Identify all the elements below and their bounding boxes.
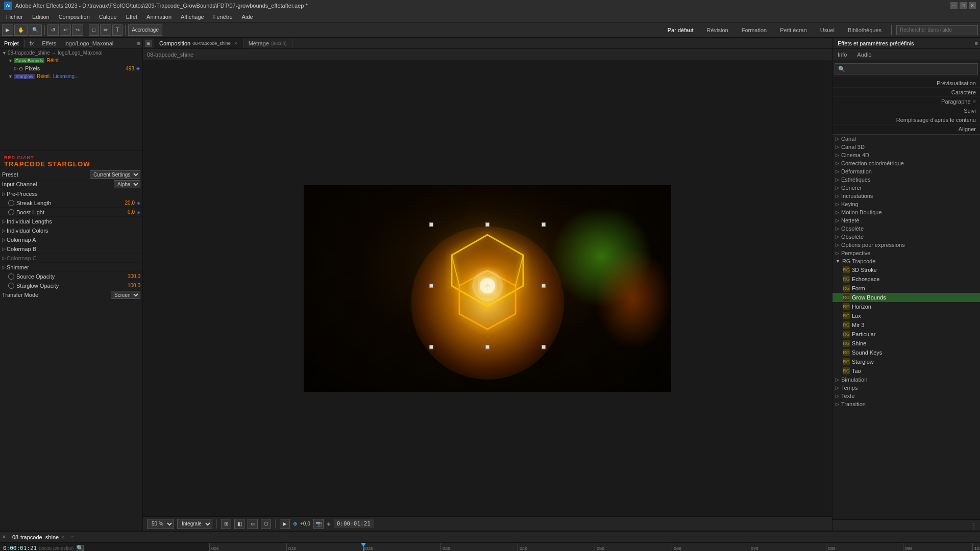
eff-item-growbounds[interactable]: RG Grow Bounds	[832, 293, 980, 302]
comp-canvas[interactable]	[143, 60, 832, 516]
eff-item-mir3[interactable]: RG Mir 3	[832, 320, 980, 330]
transport-preview[interactable]: ▭	[248, 519, 258, 529]
eff-cat-correction[interactable]: ▷ Correction colorimétrique	[832, 159, 980, 167]
grow-bounds-reset[interactable]: Réinil.	[46, 58, 61, 63]
minimize-button[interactable]: ─	[950, 2, 958, 9]
tool-hand[interactable]: ✋	[14, 24, 28, 36]
eff-cat-rg-trapcode[interactable]: ▼ RG Trapcode	[832, 257, 980, 265]
eff-cat-transition[interactable]: ▷ Transition	[832, 400, 980, 408]
toolbar-tab-formation[interactable]: Formation	[737, 26, 772, 34]
toolbar-tab-petit-ecran[interactable]: Petit écran	[775, 26, 812, 34]
eff-cat-simulation[interactable]: ▷ Simulation	[832, 375, 980, 384]
eff-item-shine[interactable]: RG Shine	[832, 339, 980, 348]
handle-br[interactable]	[542, 345, 546, 349]
transfer-select[interactable]: Screen	[111, 291, 140, 299]
transport-alpha[interactable]: ⬡	[261, 519, 271, 529]
eff-item-3dstroke[interactable]: RG 3D Stroke	[832, 265, 980, 274]
eff-cat-nettete[interactable]: ▷ Netteté	[832, 216, 980, 224]
fx-colormap-b[interactable]: ▷ Colormap B	[0, 244, 142, 254]
fx-colormap-a[interactable]: ▷ Colormap A	[0, 235, 142, 244]
eff-cat-esthetiques[interactable]: ▷ Esthétiques	[832, 176, 980, 184]
search-timecode-btn[interactable]: 🔍	[77, 545, 84, 552]
close-button[interactable]: ✕	[969, 2, 976, 9]
menu-aide[interactable]: Aide	[238, 13, 257, 21]
search-input[interactable]	[896, 25, 978, 35]
handle-ml[interactable]	[429, 284, 433, 288]
handle-mr[interactable]	[542, 284, 546, 288]
tree-item-pixels[interactable]: ▷ ⊙ Pixels 493 ◈	[0, 64, 142, 72]
menu-composition[interactable]: Composition	[55, 13, 94, 21]
eff-item-horizon[interactable]: RG Horizon	[832, 302, 980, 311]
close-timeline-btn[interactable]: ✕	[2, 534, 6, 540]
eff-cat-cinema4d[interactable]: ▷ Cinema 4D	[832, 151, 980, 159]
tool-redo[interactable]: ↪	[72, 24, 83, 36]
right-panel-menu[interactable]: ≡	[975, 40, 978, 46]
quality-select[interactable]: Intégrale	[177, 519, 212, 529]
tree-item-starglow[interactable]: ▼ Starglow Réinil. Licensing...	[0, 72, 142, 80]
effects-search-input[interactable]	[835, 63, 978, 74]
eff-item-form[interactable]: RG Form	[832, 284, 980, 293]
eff-cat-temps[interactable]: ▷ Temps	[832, 384, 980, 392]
eff-cat-deformation[interactable]: ▷ Déformation	[832, 167, 980, 176]
transport-mask[interactable]: ◧	[234, 519, 244, 529]
sg-op-value[interactable]: 100,0	[120, 283, 140, 288]
menu-effet[interactable]: Effet	[122, 13, 141, 21]
eff-item-starglow[interactable]: RG Starglow	[832, 357, 980, 366]
comp-tab-close[interactable]: ✕	[234, 41, 238, 46]
toolbar-tab-default[interactable]: Par défaut	[663, 26, 699, 34]
eff-cat-canal3d[interactable]: ▷ Canal 3D	[832, 143, 980, 151]
eff-cat-keying[interactable]: ▷ Keying	[832, 200, 980, 208]
starglow-licensing[interactable]: Licensing...	[53, 73, 79, 79]
eff-item-lux[interactable]: RG Lux	[832, 311, 980, 320]
tab-effects-label[interactable]: Effets	[38, 38, 60, 48]
handle-tr[interactable]	[542, 222, 546, 227]
fx-colormap-c[interactable]: ▷ Colormap C	[0, 254, 142, 263]
eff-cat-texte[interactable]: ▷ Texte	[832, 392, 980, 400]
tab-projet[interactable]: Projet	[0, 38, 23, 48]
rptab-info[interactable]: Info	[832, 49, 852, 60]
tool-text[interactable]: T	[112, 24, 122, 36]
fx-preprocess[interactable]: ▷ Pre-Process	[0, 189, 142, 198]
rptab-effects[interactable]: Effets et paramètres prédéfinis	[832, 38, 919, 48]
timeline-ruler[interactable]: 00s 01s 02s 03s 04s 05s 06s 07s 08s 09s …	[209, 543, 980, 551]
eff-cat-canal[interactable]: ▷ Canal	[832, 135, 980, 143]
menu-edition[interactable]: Edition	[28, 13, 54, 21]
tool-zoom[interactable]: 🔍	[29, 24, 42, 36]
streak-value[interactable]: 20,0	[114, 200, 135, 206]
pixels-link-icon[interactable]: ◈	[136, 66, 140, 71]
timeline-menu-icon[interactable]: ≡	[71, 534, 74, 540]
eff-cat-obsolete2[interactable]: ▷ Obsolète	[832, 233, 980, 241]
eff-item-tao[interactable]: RG Tao	[832, 366, 980, 375]
tree-item-growbounds[interactable]: ▼ Grow Bounds Réinil.	[0, 57, 142, 64]
eff-cat-generer[interactable]: ▷ Générer	[832, 184, 980, 192]
window-controls[interactable]: ─ □ ✕	[950, 2, 976, 9]
tool-select[interactable]: ▶	[2, 24, 13, 36]
src-op-value[interactable]: 100,0	[120, 273, 140, 279]
toolbar-tab-revision[interactable]: Révision	[702, 26, 733, 34]
fx-individual-colors[interactable]: ▷ Individual Colors	[0, 226, 142, 235]
eff-cat-motion[interactable]: ▷ Motion Boutique	[832, 208, 980, 216]
tool-rect[interactable]: □	[89, 24, 99, 36]
handle-tl[interactable]	[429, 222, 433, 227]
tool-rotate[interactable]: ↺	[47, 24, 59, 36]
tool-undo[interactable]: ↩	[60, 24, 71, 36]
tab-effects-file[interactable]: logo/Logo_Maxonai	[60, 38, 117, 48]
eff-cat-incrustations[interactable]: ▷ Incrustations	[832, 192, 980, 200]
panel-menu-icon[interactable]: ≡	[137, 40, 140, 46]
menu-fenetre[interactable]: Fenêtre	[209, 13, 237, 21]
eff-cat-obsolete1[interactable]: ▷ Obsolète	[832, 224, 980, 233]
handle-bc[interactable]	[485, 345, 489, 349]
preset-select[interactable]: Current Settings	[90, 170, 140, 179]
tree-item-comp[interactable]: ▼ 08-trapcode_shine → logo/Logo_Maxonai	[0, 49, 142, 57]
comp-tab-composition[interactable]: Composition 08-trapcode_shine ✕	[154, 38, 243, 48]
rptab-audio[interactable]: Audio	[852, 49, 876, 60]
transport-camera[interactable]: 📷	[313, 519, 324, 529]
toolbar-tab-usuel[interactable]: Usuel	[815, 26, 840, 34]
input-channel-select[interactable]: Alpha	[114, 180, 140, 188]
menu-animation[interactable]: Animation	[142, 13, 176, 21]
starglow-reset[interactable]: Réinil.	[37, 73, 51, 79]
toolbar-tab-bibliotheques[interactable]: Bibliothèques	[843, 26, 887, 34]
eff-item-soundkeys[interactable]: RG Sound Keys	[832, 348, 980, 357]
handle-bl[interactable]	[429, 345, 433, 349]
tool-pen[interactable]: ✏	[100, 24, 111, 36]
